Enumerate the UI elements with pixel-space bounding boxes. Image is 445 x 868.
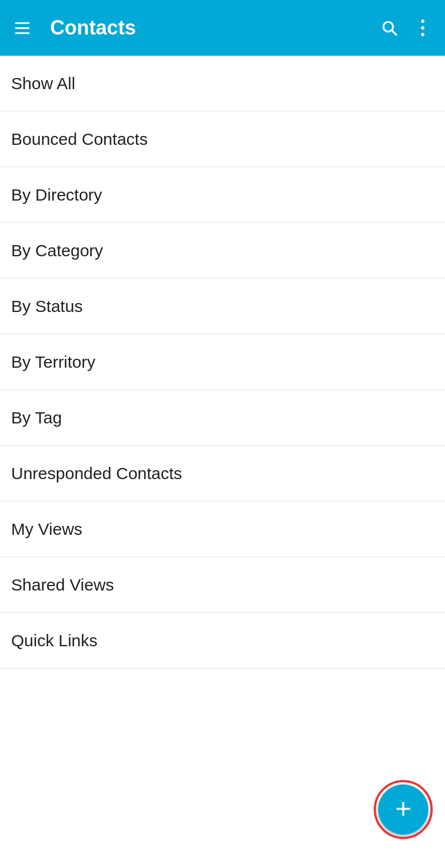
menu-item-my-views[interactable]: My Views — [0, 501, 445, 557]
menu-item-label-bounced-contacts: Bounced Contacts — [11, 130, 148, 149]
svg-point-0 — [383, 22, 393, 31]
menu-item-show-all[interactable]: Show All — [0, 56, 445, 111]
add-contact-button[interactable]: + — [378, 784, 428, 835]
menu-item-label-by-status: By Status — [11, 297, 82, 316]
menu-item-bounced-contacts[interactable]: Bounced Contacts — [0, 111, 445, 167]
menu-item-shared-views[interactable]: Shared Views — [0, 557, 445, 613]
menu-item-label-by-category: By Category — [11, 241, 103, 260]
svg-line-1 — [392, 31, 397, 36]
menu-item-by-status[interactable]: By Status — [0, 279, 445, 334]
navigation-menu: Show AllBounced ContactsBy DirectoryBy C… — [0, 56, 445, 669]
menu-item-label-unresponded-contacts: Unresponded Contacts — [11, 464, 182, 483]
menu-item-label-by-tag: By Tag — [11, 408, 62, 427]
menu-item-label-show-all: Show All — [11, 74, 75, 93]
menu-item-by-category[interactable]: By Category — [0, 223, 445, 279]
svg-point-3 — [421, 26, 424, 30]
header-actions — [378, 17, 434, 39]
menu-icon[interactable] — [11, 17, 33, 39]
menu-item-label-shared-views: Shared Views — [11, 576, 114, 594]
fab-container: + — [378, 784, 428, 835]
search-icon[interactable] — [378, 17, 400, 39]
menu-item-by-directory[interactable]: By Directory — [0, 167, 445, 223]
more-options-icon[interactable] — [412, 17, 434, 39]
menu-item-label-by-directory: By Directory — [11, 186, 102, 204]
menu-item-label-my-views: My Views — [11, 520, 82, 539]
menu-item-quick-links[interactable]: Quick Links — [0, 613, 445, 669]
plus-icon: + — [395, 794, 411, 822]
page-title: Contacts — [50, 16, 378, 40]
menu-item-label-by-territory: By Territory — [11, 353, 95, 372]
menu-item-unresponded-contacts[interactable]: Unresponded Contacts — [0, 446, 445, 501]
app-header: Contacts — [0, 0, 445, 56]
menu-item-by-tag[interactable]: By Tag — [0, 390, 445, 446]
svg-point-2 — [421, 19, 424, 23]
menu-item-by-territory[interactable]: By Territory — [0, 334, 445, 390]
svg-point-4 — [421, 33, 424, 36]
menu-item-label-quick-links: Quick Links — [11, 631, 97, 650]
